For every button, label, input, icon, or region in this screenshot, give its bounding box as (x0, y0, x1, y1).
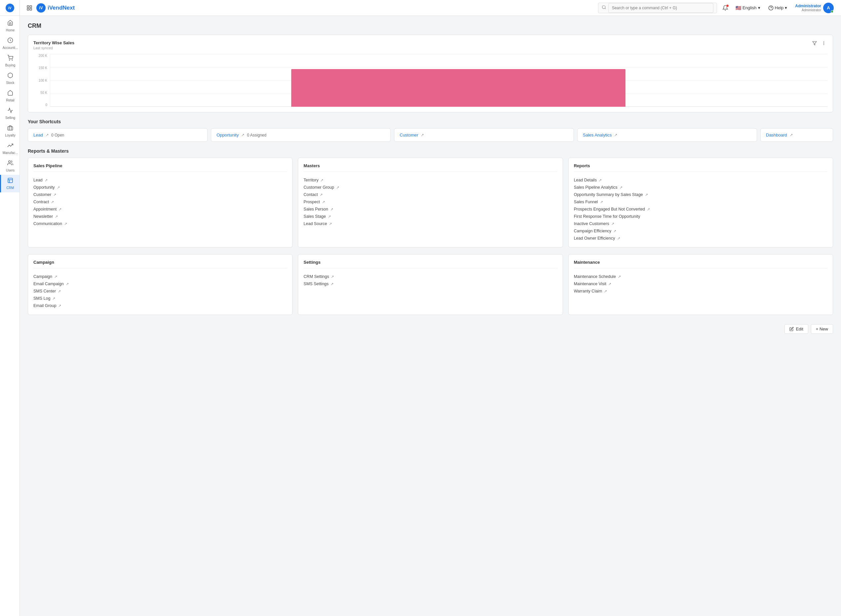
sidebar-item-accounting[interactable]: Accounti... (0, 35, 19, 52)
admin-role: Administrator (795, 8, 821, 12)
rm-sales-funnel-label: Sales Funnel (574, 199, 598, 204)
rm-lead-source[interactable]: Lead Source↗ (304, 220, 557, 227)
rm-sms-center[interactable]: SMS Center↗ (34, 287, 287, 295)
shortcut-sales-analytics-arrow: ↗ (614, 133, 617, 137)
rm-communication[interactable]: Communication↗ (34, 220, 287, 227)
rm-appointment-label: Appointment (34, 207, 57, 211)
rm-customer-group[interactable]: Customer Group↗ (304, 184, 557, 191)
rm-sales-stage[interactable]: Sales Stage↗ (304, 213, 557, 220)
retail-icon (7, 90, 13, 97)
app-brand: iV iVendNext (37, 3, 75, 13)
rm-campaign[interactable]: Campaign↗ (34, 273, 287, 280)
rm-lead[interactable]: Lead↗ (34, 176, 287, 184)
rm-prospects-engaged[interactable]: Prospects Engaged But Not Converted↗ (574, 205, 828, 213)
rm-crm-settings-label: CRM Settings (304, 274, 329, 279)
rm-opportunity[interactable]: Opportunity↗ (34, 184, 287, 191)
shortcut-lead-arrow: ↗ (45, 133, 48, 137)
sidebar-item-loyalty-label: Loyalty (5, 133, 16, 137)
sidebar-item-home-label: Home (6, 28, 15, 32)
rm-warranty-claim[interactable]: Warranty Claim↗ (574, 287, 828, 295)
y-label-0: 0 (34, 103, 50, 107)
shortcut-customer[interactable]: Customer ↗ (394, 128, 574, 142)
rm-contact-arrow: ↗ (320, 193, 323, 197)
shortcut-lead[interactable]: Lead ↗ 0 Open (28, 128, 208, 142)
rm-contract[interactable]: Contract↗ (34, 198, 287, 205)
maintenance-card: Maintenance Maintenance Schedule↗ Mainte… (568, 254, 833, 315)
sidebar-item-users[interactable]: Users (0, 157, 19, 175)
notifications-button[interactable] (721, 4, 729, 12)
rm-email-group[interactable]: Email Group↗ (34, 302, 287, 309)
search-bar[interactable] (598, 3, 717, 13)
shortcut-customer-name: Customer (400, 132, 418, 138)
rm-crm-settings[interactable]: CRM Settings↗ (304, 273, 557, 280)
sidebar-item-stock[interactable]: Stock (0, 70, 19, 87)
sidebar-item-retail[interactable]: Retail (0, 87, 19, 105)
rm-maintenance-visit-label: Maintenance Visit (574, 282, 606, 286)
rm-inactive-customers-arrow: ↗ (611, 222, 614, 226)
svg-rect-5 (8, 178, 13, 183)
rm-opp-summary-arrow: ↗ (645, 193, 648, 197)
sidebar-item-selling[interactable]: Selling (0, 105, 19, 122)
rm-appointment[interactable]: Appointment↗ (34, 205, 287, 213)
grid-menu-button[interactable] (25, 4, 34, 12)
svg-point-16 (823, 43, 824, 43)
help-button[interactable]: Help ▾ (766, 4, 790, 12)
edit-button[interactable]: Edit (784, 324, 808, 334)
svg-rect-7 (30, 6, 32, 7)
shortcut-dashboard[interactable]: Dashboard ↗ (760, 128, 833, 142)
sidebar-item-crm-label: CRM (7, 186, 14, 190)
rm-lead-details[interactable]: Lead Details↗ (574, 176, 828, 184)
shortcut-sales-analytics[interactable]: Sales Analytics ↗ (577, 128, 757, 142)
search-icon (602, 5, 606, 10)
shortcut-opportunity[interactable]: Opportunity ↗ 0 Assigned (211, 128, 391, 142)
sidebar-item-home[interactable]: Home (0, 17, 19, 35)
rm-campaign-efficiency[interactable]: Campaign Efficiency↗ (574, 227, 828, 235)
sidebar-item-selling-label: Selling (5, 116, 15, 120)
language-button[interactable]: 🇺🇸 English ▾ (734, 4, 762, 12)
search-input[interactable] (608, 3, 713, 13)
rm-contact[interactable]: Contact↗ (304, 191, 557, 198)
language-flag: 🇺🇸 (735, 5, 741, 10)
rm-customer[interactable]: Customer↗ (34, 191, 287, 198)
rm-email-campaign-label: Email Campaign (34, 282, 64, 286)
sidebar-item-loyalty[interactable]: Loyalty (0, 122, 19, 140)
rm-sms-log[interactable]: SMS Log↗ (34, 295, 287, 302)
chart-filter-button[interactable] (811, 40, 818, 47)
logo-icon: iV (6, 4, 14, 12)
language-chevron: ▾ (758, 5, 760, 10)
y-label-150k: 150 K (34, 66, 50, 70)
selling-icon (7, 107, 13, 115)
rm-email-campaign[interactable]: Email Campaign↗ (34, 280, 287, 287)
rm-prospect[interactable]: Prospect↗ (304, 198, 557, 205)
rm-inactive-customers[interactable]: Inactive Customers↗ (574, 220, 828, 227)
shortcuts-grid: Lead ↗ 0 Open Opportunity ↗ 0 Assigned C… (28, 128, 833, 142)
sidebar-item-buying[interactable]: Buying (0, 52, 19, 70)
rm-opp-summary[interactable]: Opportunity Summary by Sales Stage↗ (574, 191, 828, 198)
sidebar-item-crm[interactable]: CRM (0, 175, 19, 192)
rm-first-response-time[interactable]: First Response Time for Opportunity (574, 213, 828, 220)
reports-card: Reports Lead Details↗ Sales Pipeline Ana… (568, 158, 833, 248)
rm-maintenance-visit[interactable]: Maintenance Visit↗ (574, 280, 828, 287)
sidebar-item-manufacturing[interactable]: Manufac... (0, 140, 19, 157)
rm-customer-arrow: ↗ (53, 193, 56, 197)
rm-sales-funnel[interactable]: Sales Funnel↗ (574, 198, 828, 205)
rm-opportunity-label: Opportunity (34, 185, 55, 190)
grid-line-25 (50, 67, 828, 67)
sales-pipeline-title: Sales Pipeline (34, 163, 287, 172)
rm-territory[interactable]: Territory↗ (304, 176, 557, 184)
rm-customer-label: Customer (34, 192, 51, 197)
shortcut-customer-arrow: ↗ (421, 133, 424, 137)
chart-more-button[interactable] (820, 40, 828, 47)
new-button[interactable]: + New (811, 324, 833, 334)
rm-sales-pipeline-analytics[interactable]: Sales Pipeline Analytics↗ (574, 184, 828, 191)
admin-profile[interactable]: Administrator Administrator A (793, 1, 836, 15)
topbar-left: iV iVendNext (25, 3, 594, 13)
rm-sales-person[interactable]: Sales Person↗ (304, 205, 557, 213)
rm-lead-owner-efficiency[interactable]: Lead Owner Efficiency↗ (574, 235, 828, 242)
rm-maintenance-schedule[interactable]: Maintenance Schedule↗ (574, 273, 828, 280)
rm-email-group-label: Email Group (34, 304, 56, 308)
rm-sms-settings[interactable]: SMS Settings↗ (304, 280, 557, 287)
rm-newsletter[interactable]: Newsletter↗ (34, 213, 287, 220)
brand-logo: iV (37, 3, 45, 13)
rm-sales-stage-label: Sales Stage (304, 214, 326, 219)
